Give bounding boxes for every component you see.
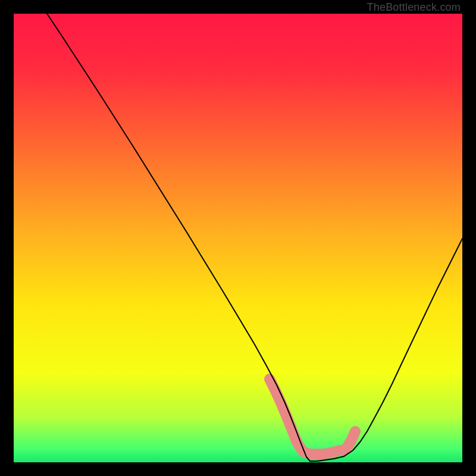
bottleneck-curve xyxy=(47,14,462,461)
chart-svg xyxy=(14,14,462,462)
sweetspot-band xyxy=(270,379,355,454)
watermark-text: TheBottleneck.com xyxy=(367,1,461,14)
chart-frame: TheBottleneck.com xyxy=(0,0,476,476)
plot-area xyxy=(14,14,462,462)
